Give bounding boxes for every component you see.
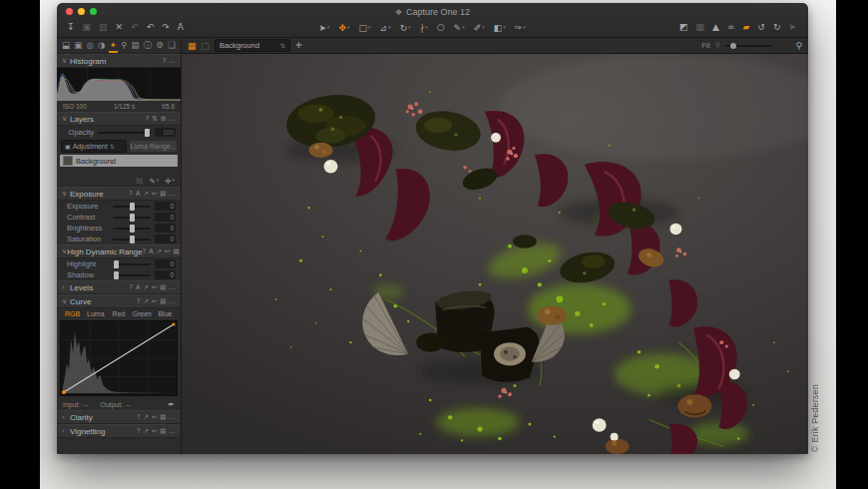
presets-icon[interactable]: ▤ — [160, 190, 166, 198]
presets-icon[interactable]: ▤ — [160, 413, 166, 421]
curve-picker-icon[interactable]: ✒ — [168, 400, 175, 409]
reset-icon[interactable]: ↩ — [152, 283, 157, 291]
copy-icon[interactable]: ↗ — [143, 427, 148, 435]
slider-value[interactable]: 0 — [155, 224, 176, 233]
browser-toggle-icon[interactable]: ▰ — [742, 18, 749, 36]
exposure-warning-icon[interactable]: ◩ — [679, 18, 688, 36]
grid-icon[interactable]: ▦ — [696, 18, 705, 36]
slider-track[interactable] — [113, 263, 151, 265]
copy-icon[interactable]: ↗ — [143, 297, 148, 305]
reset-icon[interactable]: ↩ — [152, 413, 157, 421]
curve-graph[interactable] — [60, 320, 178, 396]
delete-icon[interactable]: ✕ — [116, 18, 124, 36]
slider-handle[interactable] — [130, 225, 135, 233]
more-icon[interactable]: … — [170, 57, 177, 65]
histogram-panel-header[interactable]: ∨ Histogram ?… — [57, 54, 181, 68]
presets-icon[interactable]: ▤ — [160, 297, 166, 305]
tab-lens[interactable]: ◎ — [86, 38, 93, 53]
import-icon[interactable]: ↧ — [67, 18, 75, 36]
layers-panel-header[interactable]: ∨ Layers ?⇅⚙… — [57, 112, 181, 126]
tab-metadata[interactable]: ⓘ — [144, 38, 153, 53]
copy-adjustments-icon[interactable]: ▥ — [99, 18, 108, 36]
slider-handle[interactable] — [130, 236, 135, 244]
slider-value[interactable]: 0 — [155, 213, 176, 222]
hdr-panel-header[interactable]: ∨ High Dynamic Range ?A↗↩▤… — [57, 244, 181, 258]
slider-handle[interactable] — [130, 214, 135, 222]
slider-track[interactable] — [113, 228, 151, 230]
zoom-out-icon[interactable]: ⚲ — [715, 37, 721, 55]
presets-icon[interactable]: ▤ — [160, 283, 166, 291]
curve-tab-blue[interactable]: Blue — [154, 308, 177, 319]
slider-value[interactable]: 0 — [155, 270, 176, 279]
focus-mask-icon[interactable]: ▲ — [712, 18, 719, 36]
redo-icon[interactable]: ↷ — [162, 18, 170, 36]
curve-tab-green[interactable]: Green — [131, 308, 154, 319]
cursor-edit-icon[interactable]: ➤ — [788, 18, 796, 36]
add-adjustment-icon[interactable]: ✛▾ — [165, 175, 175, 187]
zoom-slider[interactable] — [725, 45, 771, 47]
reset-icon[interactable]: ↩ — [165, 247, 170, 255]
auto-icon[interactable]: A — [136, 190, 140, 198]
mask-display-icon[interactable]: ▤ — [136, 175, 143, 186]
chevron-right-icon[interactable]: › — [62, 427, 70, 435]
multi-view-icon[interactable]: ▦ — [188, 37, 197, 55]
rotate-tool[interactable]: ↻▾ — [400, 18, 411, 37]
help-icon[interactable]: ? — [137, 413, 140, 421]
slider-track[interactable] — [113, 206, 151, 208]
pan-tool[interactable]: ✥▾ — [339, 18, 350, 37]
vignetting-panel-header[interactable]: › Vignetting ?↗↩▤… — [57, 424, 181, 438]
zoom-slider-handle[interactable] — [730, 43, 736, 49]
slider-track[interactable] — [113, 217, 151, 219]
curve-tab-luma[interactable]: Luma — [84, 308, 107, 319]
layer-item-background[interactable]: Background — [60, 155, 178, 167]
slider-value[interactable]: 0 — [155, 235, 176, 244]
tab-library[interactable]: ⬓ — [62, 38, 70, 53]
proof-profile-icon[interactable]: ∞ — [727, 18, 735, 36]
slider-value[interactable]: 0 — [155, 202, 176, 211]
clarity-panel-header[interactable]: › Clarity ?↗↩▤… — [57, 410, 181, 424]
slider-value[interactable]: 0 — [155, 259, 176, 268]
copy-icon[interactable]: ↗ — [143, 283, 148, 291]
help-icon[interactable]: ? — [146, 115, 149, 123]
auto-icon[interactable]: A — [149, 247, 153, 255]
slider-handle[interactable] — [114, 271, 119, 279]
minimize-window-button[interactable] — [78, 8, 85, 15]
curve-tab-rgb[interactable]: RGB — [61, 308, 84, 319]
select-tool[interactable]: ➤▾ — [318, 18, 329, 37]
chevron-down-icon[interactable]: ∨ — [62, 297, 70, 305]
chevron-down-icon[interactable]: ∨ — [62, 115, 70, 123]
loupe-icon[interactable]: ⚲ — [795, 37, 802, 55]
layer-type-dropdown[interactable]: ▣ Adjustment ⇅ — [61, 140, 127, 153]
brush-settings-icon[interactable]: ✎▾ — [149, 175, 159, 187]
help-icon[interactable]: ? — [137, 427, 140, 435]
magic-brush-tool[interactable]: ✑▾ — [515, 18, 526, 37]
presets-icon[interactable]: ▤ — [160, 427, 166, 435]
rotate-left-icon[interactable]: ↺ — [757, 18, 765, 36]
reset-icon[interactable]: ↩ — [152, 297, 157, 305]
layer-select-dropdown[interactable]: Background ⇅ — [215, 39, 290, 52]
zoom-fit-label[interactable]: Fit — [701, 41, 709, 50]
levels-panel-header[interactable]: › Levels ?A↗↩▤… — [57, 280, 181, 294]
erase-mask-tool[interactable]: ✐▾ — [474, 18, 485, 37]
single-view-icon[interactable]: □ — [202, 37, 211, 55]
copy-icon[interactable]: ↗ — [143, 413, 148, 421]
help-icon[interactable]: ? — [143, 247, 146, 255]
close-window-button[interactable] — [66, 8, 73, 15]
curve-panel-header[interactable]: ∨ Curve ?↗↩▤… — [57, 294, 181, 308]
chevron-right-icon[interactable]: › — [62, 413, 70, 421]
more-icon[interactable]: … — [170, 283, 177, 291]
tab-batch[interactable]: ❏ — [168, 38, 176, 53]
slider-track[interactable] — [113, 239, 151, 241]
curve-tab-red[interactable]: Red — [107, 308, 130, 319]
add-layer-icon[interactable]: ✛ — [295, 37, 302, 55]
slider-handle[interactable] — [145, 129, 150, 137]
stepper-icon[interactable]: ⇅ — [110, 143, 115, 150]
heal-tool[interactable]: ∤▾ — [420, 18, 428, 37]
copy-icon[interactable]: ↗ — [157, 247, 162, 255]
copy-icon[interactable]: ↗ — [143, 190, 148, 198]
exposure-panel-header[interactable]: ∨ Exposure ?A↗↩▤… — [57, 187, 181, 201]
opacity-value[interactable]: 100 — [155, 128, 176, 137]
presets-icon[interactable]: ▤ — [174, 247, 180, 255]
luma-range-button[interactable]: Luma Range... — [130, 141, 177, 152]
rotate-right-icon[interactable]: ↻ — [773, 18, 781, 36]
